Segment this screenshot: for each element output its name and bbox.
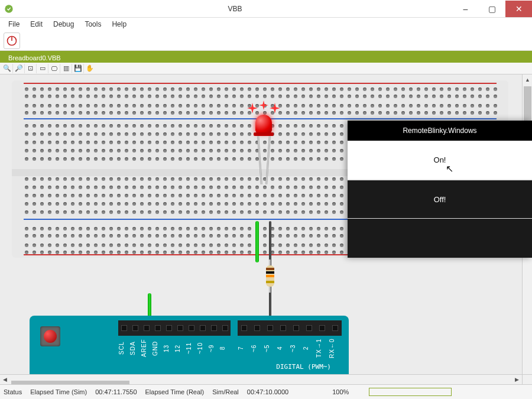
power-button[interactable]: [4, 33, 20, 49]
sim-real-value: 00:47:10.0000: [247, 388, 288, 395]
canvas-toolbar: 🔍 🔎 ⊡ ▭ 🖵 ▥ 💾 ✋: [0, 63, 532, 74]
digital-pwm-label: DIGITAL (PWM~): [276, 363, 331, 371]
maximize-button[interactable]: ▢: [479, 1, 505, 17]
minimize-button[interactable]: –: [452, 1, 479, 17]
sim-real-label: Sim/Real: [212, 388, 239, 395]
arduino-reset-button[interactable]: [40, 326, 60, 346]
remote-on-button[interactable]: On! ↖: [348, 141, 532, 180]
remote-on-label: On!: [434, 155, 446, 164]
file-tab[interactable]: Breadboard0.VBB: [2, 53, 67, 63]
led-body: [255, 115, 272, 134]
progress-bar: [369, 388, 452, 396]
horizontal-scrollbar[interactable]: ◀ ▶: [0, 374, 522, 384]
rail-line-top-red: [24, 83, 497, 84]
remote-window-title: RemoteBlinky.Windows: [348, 121, 532, 141]
status-label: Status: [4, 388, 22, 395]
power-icon: [6, 35, 18, 47]
remote-spacer: [348, 219, 532, 258]
scroll-up-icon[interactable]: ▲: [523, 74, 532, 85]
elapsed-real-label: Elapsed Time (Real): [145, 388, 205, 395]
pan-hand-icon[interactable]: ✋: [85, 64, 96, 73]
scroll-left-icon[interactable]: ◀: [0, 375, 10, 385]
svg-point-0: [5, 5, 12, 12]
zoom-reset-icon[interactable]: ⊡: [26, 64, 37, 73]
close-button[interactable]: ✕: [505, 1, 532, 17]
scroll-right-icon[interactable]: ▶: [512, 375, 522, 385]
remote-off-label: Off!: [434, 195, 446, 204]
window-title: VBB: [18, 5, 452, 13]
save-icon[interactable]: 💾: [73, 64, 84, 73]
scroll-corner: [522, 374, 532, 384]
monitor-icon[interactable]: 🖵: [50, 64, 60, 73]
zoom-out-icon[interactable]: 🔎: [14, 64, 25, 73]
cursor-icon: ↖: [446, 163, 453, 174]
digital-header-right[interactable]: [238, 320, 342, 336]
menu-bar: File Edit Debug Tools Help: [0, 18, 532, 31]
magnifier-icon[interactable]: 🔍: [2, 64, 13, 73]
led-component[interactable]: [255, 115, 272, 134]
wire-green[interactable]: [255, 221, 259, 262]
digital-header-left[interactable]: [118, 320, 231, 336]
remote-off-button[interactable]: Off!: [348, 180, 532, 219]
window-controls: – ▢ ✕: [452, 1, 532, 17]
remote-blinky-window[interactable]: RemoteBlinky.Windows On! ↖ Off!: [348, 121, 532, 258]
elapsed-sim-label: Elapsed Time (Sim): [30, 388, 87, 395]
status-bar: Status Elapsed Time (Sim) 00:47:11.7550 …: [0, 384, 532, 399]
menu-tools[interactable]: Tools: [80, 19, 106, 30]
main-toolbar: [0, 31, 532, 51]
file-tab-bar: Breadboard0.VBB: [0, 51, 532, 63]
scroll-thumb[interactable]: [524, 86, 531, 122]
app-icon: [0, 0, 18, 18]
pin-labels-left: SCLSDAAREF GND1312 ~11~10~9 8: [118, 337, 231, 361]
menu-file[interactable]: File: [4, 19, 24, 30]
elapsed-sim-value: 00:47:11.7550: [95, 388, 137, 395]
fit-screen-icon[interactable]: ▭: [38, 64, 48, 73]
menu-edit[interactable]: Edit: [25, 19, 47, 30]
pin-labels-right: 7~6~5 4~32 TX→1RX←0: [238, 337, 342, 361]
menu-debug[interactable]: Debug: [48, 19, 79, 30]
title-bar: VBB – ▢ ✕: [0, 0, 532, 18]
resistor-component[interactable]: [267, 261, 273, 291]
percent-label: 100%: [332, 388, 349, 395]
device-icon[interactable]: ▥: [61, 64, 72, 73]
menu-help[interactable]: Help: [107, 19, 131, 30]
